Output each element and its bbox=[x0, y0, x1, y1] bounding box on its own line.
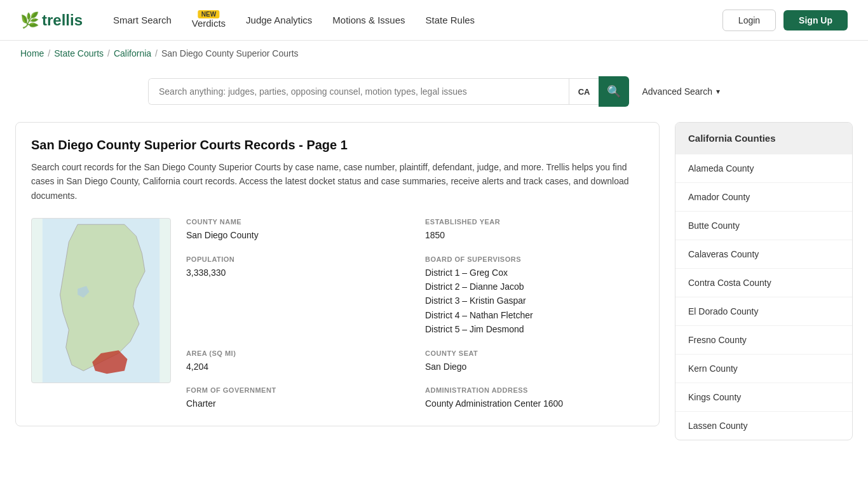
board-label: BOARD OF SUPERVISORS bbox=[425, 255, 644, 263]
detail-county-name: COUNTY NAME San Diego County bbox=[186, 218, 405, 242]
signup-button[interactable]: Sign Up bbox=[783, 10, 848, 30]
county-name-label: COUNTY NAME bbox=[186, 218, 405, 226]
sidebar-county-item[interactable]: Amador County bbox=[675, 182, 852, 211]
search-input-wrap: CA bbox=[148, 78, 599, 105]
sidebar-county-item[interactable]: Calaveras County bbox=[675, 240, 852, 268]
search-bar: CA 🔍 Advanced Search ▾ bbox=[148, 76, 720, 107]
address-value: County Administration Center 1600 bbox=[425, 396, 644, 410]
breadcrumb-home[interactable]: Home bbox=[20, 48, 44, 58]
nav-verdicts-label: Verdicts bbox=[192, 18, 226, 29]
population-value: 3,338,330 bbox=[186, 266, 405, 280]
county-info: COUNTY NAME San Diego County ESTABLISHED… bbox=[31, 218, 644, 410]
area-value: 4,204 bbox=[186, 360, 405, 374]
right-sidebar: California Counties Alameda CountyAmador… bbox=[675, 122, 853, 440]
sidebar-county-item[interactable]: Contra Costa County bbox=[675, 268, 852, 297]
government-value: Charter bbox=[186, 396, 405, 410]
seat-label: COUNTY SEAT bbox=[425, 349, 644, 357]
board-member: District 4 – Nathan Fletcher bbox=[425, 308, 644, 322]
sidebar-county-item[interactable]: Alameda County bbox=[675, 154, 852, 182]
detail-board: BOARD OF SUPERVISORS District 1 – Greg C… bbox=[425, 255, 644, 337]
advanced-search[interactable]: Advanced Search ▾ bbox=[642, 86, 720, 97]
sidebar-county-item[interactable]: Lassen County bbox=[675, 411, 852, 440]
verdicts-badge: NEW bbox=[198, 10, 219, 18]
detail-address: ADMINISTRATION ADDRESS County Administra… bbox=[425, 386, 644, 410]
board-member: District 5 – Jim Desmond bbox=[425, 322, 644, 336]
detail-government: FORM OF GOVERNMENT Charter bbox=[186, 386, 405, 410]
content-card: San Diego County Superior Courts Records… bbox=[15, 122, 660, 426]
nav-motions-label: Motions & Issues bbox=[332, 15, 405, 25]
advanced-search-label: Advanced Search bbox=[642, 86, 712, 97]
nav-motions[interactable]: Motions & Issues bbox=[332, 15, 405, 25]
breadcrumb-state-courts[interactable]: State Courts bbox=[54, 48, 104, 58]
nav-judge-analytics[interactable]: Judge Analytics bbox=[246, 15, 312, 25]
detail-seat: COUNTY SEAT San Diego bbox=[425, 349, 644, 374]
california-map-svg bbox=[32, 219, 170, 383]
sidebar-county-item[interactable]: Fresno County bbox=[675, 325, 852, 354]
nav-judge-analytics-label: Judge Analytics bbox=[246, 15, 312, 25]
search-button[interactable]: 🔍 bbox=[599, 76, 629, 107]
sidebar-county-item[interactable]: Kings County bbox=[675, 383, 852, 411]
address-label: ADMINISTRATION ADDRESS bbox=[425, 386, 644, 394]
nav-smart-search-label: Smart Search bbox=[113, 15, 172, 25]
nav-state-rules[interactable]: State Rules bbox=[426, 15, 475, 25]
established-value: 1850 bbox=[425, 228, 644, 242]
board-member: District 3 – Kristin Gaspar bbox=[425, 294, 644, 308]
breadcrumb-california[interactable]: California bbox=[114, 48, 151, 58]
board-members: District 1 – Greg CoxDistrict 2 – Dianne… bbox=[425, 266, 644, 337]
search-icon: 🔍 bbox=[607, 85, 621, 98]
sidebar-header: California Counties bbox=[675, 123, 852, 154]
main-nav: Smart Search NEW Verdicts Judge Analytic… bbox=[113, 11, 722, 29]
logo-text: trellis bbox=[42, 11, 83, 29]
county-name-value: San Diego County bbox=[186, 228, 405, 242]
sidebar-section: California Counties Alameda CountyAmador… bbox=[675, 122, 853, 440]
header-actions: Login Sign Up bbox=[722, 10, 848, 31]
sidebar-county-item[interactable]: El Dorado County bbox=[675, 297, 852, 325]
state-badge: CA bbox=[569, 79, 599, 104]
left-panel: San Diego County Superior Courts Records… bbox=[15, 122, 660, 440]
header: 🌿 trellis Smart Search NEW Verdicts Judg… bbox=[0, 0, 868, 41]
area-label: AREA (SQ MI) bbox=[186, 349, 405, 357]
county-details: COUNTY NAME San Diego County ESTABLISHED… bbox=[186, 218, 644, 410]
search-input[interactable] bbox=[149, 79, 569, 104]
page-description: Search court records for the San Diego C… bbox=[31, 160, 644, 203]
page-title: San Diego County Superior Courts Records… bbox=[31, 138, 644, 152]
seat-value: San Diego bbox=[425, 360, 644, 374]
detail-area: AREA (SQ MI) 4,204 bbox=[186, 349, 405, 374]
logo[interactable]: 🌿 trellis bbox=[20, 11, 83, 29]
board-member: District 2 – Dianne Jacob bbox=[425, 280, 644, 294]
breadcrumb: Home / State Courts / California / San D… bbox=[0, 41, 868, 66]
breadcrumb-current: San Diego County Superior Courts bbox=[161, 48, 299, 58]
breadcrumb-sep-3: / bbox=[155, 48, 158, 58]
search-section: CA 🔍 Advanced Search ▾ bbox=[0, 66, 868, 122]
breadcrumb-sep-1: / bbox=[48, 48, 50, 58]
main-content: San Diego County Superior Courts Records… bbox=[0, 122, 868, 461]
detail-population: POPULATION 3,338,330 bbox=[186, 255, 405, 337]
established-label: ESTABLISHED YEAR bbox=[425, 218, 644, 226]
nav-verdicts[interactable]: NEW Verdicts bbox=[192, 18, 226, 29]
county-map bbox=[31, 218, 171, 383]
nav-state-rules-label: State Rules bbox=[426, 15, 475, 25]
logo-icon: 🌿 bbox=[20, 11, 39, 29]
nav-smart-search[interactable]: Smart Search bbox=[113, 15, 172, 25]
board-member: District 1 – Greg Cox bbox=[425, 266, 644, 280]
chevron-down-icon: ▾ bbox=[716, 87, 720, 96]
sidebar-counties: Alameda CountyAmador CountyButte CountyC… bbox=[675, 154, 852, 440]
population-label: POPULATION bbox=[186, 255, 405, 263]
login-button[interactable]: Login bbox=[722, 10, 776, 31]
sidebar-county-item[interactable]: Butte County bbox=[675, 211, 852, 240]
detail-established: ESTABLISHED YEAR 1850 bbox=[425, 218, 644, 242]
government-label: FORM OF GOVERNMENT bbox=[186, 386, 405, 394]
sidebar-county-item[interactable]: Kern County bbox=[675, 354, 852, 383]
breadcrumb-sep-2: / bbox=[107, 48, 110, 58]
